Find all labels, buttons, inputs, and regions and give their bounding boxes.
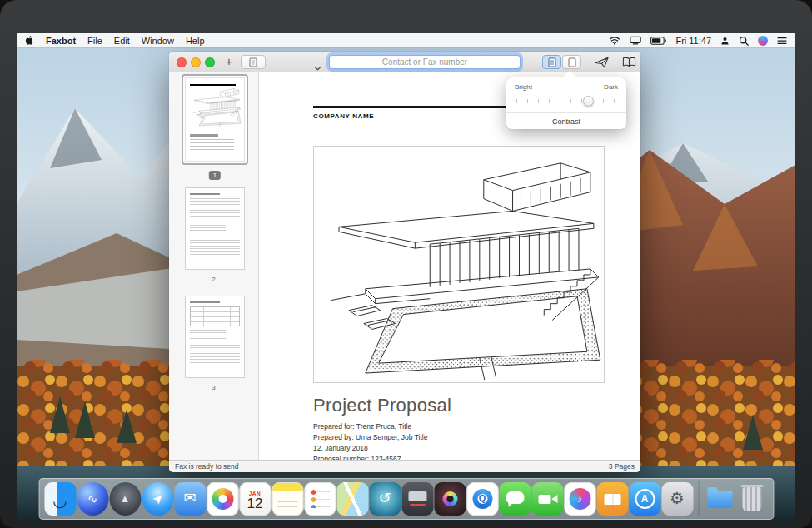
detail-line: Prepared for: Trenz Pruca, Title (313, 421, 428, 432)
dock-item-downloads-folder[interactable] (704, 482, 735, 516)
dock-item-photos[interactable] (207, 482, 238, 516)
page-sidebar: 1 2 3 (169, 72, 259, 460)
architecture-drawing-frame (313, 146, 605, 383)
mini-text-bars (190, 222, 226, 233)
page-thumbnail-1[interactable]: 1 (182, 74, 248, 165)
company-name: COMPANY NAME (313, 112, 374, 120)
window-toolbar: + (169, 52, 640, 72)
document-icon (249, 57, 257, 67)
dock-item-maps[interactable] (336, 482, 368, 516)
page-view-button[interactable] (562, 55, 581, 69)
siri-icon[interactable] (758, 36, 768, 46)
send-fax-button[interactable] (590, 55, 612, 69)
paper-plane-icon (595, 57, 609, 68)
minimize-button[interactable] (191, 57, 201, 67)
dock-item-mail[interactable]: ✉ (174, 482, 206, 516)
contrast-popover: Bright Dark Contrast (506, 77, 626, 129)
dock-item-trash[interactable] (736, 482, 768, 516)
dock-item-messages[interactable] (499, 482, 531, 516)
page-thumbnail-3[interactable] (185, 296, 245, 378)
mini-title-bar (190, 134, 218, 137)
dock-item-printer[interactable] (401, 482, 433, 516)
dock-item-photo-booth[interactable] (434, 482, 466, 516)
document-preview: COMPANY NAME Project Proposal Prepared f… (260, 72, 640, 460)
dock: ◡ ∿ ▲ ➤ ✉ JAN12 ↺ Q ♪ A ⚙ (38, 478, 774, 520)
user-icon[interactable] (720, 36, 730, 46)
mini-house-drawing (190, 86, 242, 127)
dock-item-notes[interactable] (271, 482, 303, 516)
menu-help[interactable]: Help (186, 36, 205, 46)
contrast-popover-title: Contrast (552, 117, 580, 126)
contrast-slider[interactable] (515, 96, 618, 107)
mini-text-bars (190, 237, 240, 257)
app-store-ring-icon (635, 489, 655, 509)
detail-line: 12. January 2018 (313, 443, 428, 454)
dock-item-siri[interactable]: ∿ (77, 482, 108, 516)
calendar-day: 12 (247, 496, 263, 511)
device-bezel: Faxbot File Edit Window Help Fri 11:47 (0, 0, 812, 528)
page-thumbnail-2[interactable] (185, 187, 245, 270)
camera-lens-icon (442, 491, 457, 506)
quicktime-ring-icon (472, 489, 492, 509)
contacts-book-button[interactable] (618, 55, 640, 69)
wifi-icon[interactable] (609, 36, 620, 45)
slider-knob[interactable] (583, 96, 594, 107)
document-title: Project Proposal (313, 395, 451, 416)
template-picker-button[interactable] (241, 55, 266, 69)
menu-file[interactable]: File (87, 36, 102, 46)
fax-number-input[interactable] (329, 55, 521, 69)
menu-edit[interactable]: Edit (114, 36, 130, 46)
dock-item-calendar[interactable]: JAN12 (239, 482, 271, 516)
apple-menu[interactable] (25, 35, 34, 46)
detail-line: Proposal number: 123-4567 (313, 454, 428, 460)
dock-item-finder[interactable]: ◡ (44, 482, 76, 516)
battery-icon[interactable] (650, 37, 666, 45)
menu-window[interactable]: Window (142, 36, 174, 46)
dock-item-quicktime[interactable]: Q (466, 482, 498, 516)
music-circle-icon (569, 488, 590, 510)
add-page-button[interactable]: + (221, 54, 237, 70)
mini-table (190, 306, 240, 326)
dock-item-app-store[interactable]: A (629, 482, 660, 516)
printer-icon (408, 491, 426, 501)
page-icon (568, 57, 576, 67)
desktop: Faxbot File Edit Window Help Fri 11:47 (17, 33, 795, 521)
bright-label: Bright (515, 83, 532, 91)
zoom-button[interactable] (205, 57, 215, 67)
document-details: Prepared for: Trenz Pruca, Title Prepare… (313, 421, 428, 460)
mini-text-bars (190, 139, 234, 150)
dock-item-safari[interactable]: ➤ (142, 482, 173, 516)
open-book-icon (604, 494, 620, 505)
menu-bar: Faxbot File Edit Window Help Fri 11:47 (17, 33, 795, 47)
dock-item-reminders[interactable] (304, 482, 336, 516)
video-camera-icon (538, 495, 550, 504)
mini-text-bars (190, 198, 240, 218)
page-3-label: 3 (212, 384, 215, 391)
slider-ticks (516, 99, 616, 103)
trash-bin-icon (743, 487, 762, 511)
dock-item-facetime[interactable] (531, 482, 563, 516)
screen-mirroring-icon[interactable] (630, 36, 641, 45)
notepad-icon (277, 497, 297, 510)
page-1-preview (185, 77, 245, 162)
notification-center-icon[interactable] (777, 37, 787, 45)
dock-item-books[interactable] (596, 482, 628, 516)
menu-bar-clock[interactable]: Fri 11:47 (675, 36, 711, 46)
house-drawing (314, 147, 604, 382)
mini-text-bars (190, 345, 240, 365)
spotlight-search-icon[interactable] (739, 36, 749, 46)
speech-bubble-icon (506, 491, 524, 504)
app-menu-faxbot[interactable]: Faxbot (46, 36, 76, 46)
contrast-view-button[interactable] (542, 55, 561, 69)
dock-item-system-preferences[interactable]: ⚙ (661, 482, 693, 516)
dock-item-itunes[interactable]: ♪ (564, 482, 595, 516)
page-lines-icon (548, 57, 556, 67)
mini-heading-bar (190, 301, 220, 303)
close-button[interactable] (177, 57, 187, 67)
checklist-icon (310, 490, 330, 508)
dock-item-launchpad[interactable]: ▲ (109, 482, 141, 516)
dark-label: Dark (604, 83, 618, 91)
pinwheel-icon (212, 488, 233, 510)
dock-item-time-machine[interactable]: ↺ (369, 482, 401, 516)
folder-icon (707, 491, 732, 508)
